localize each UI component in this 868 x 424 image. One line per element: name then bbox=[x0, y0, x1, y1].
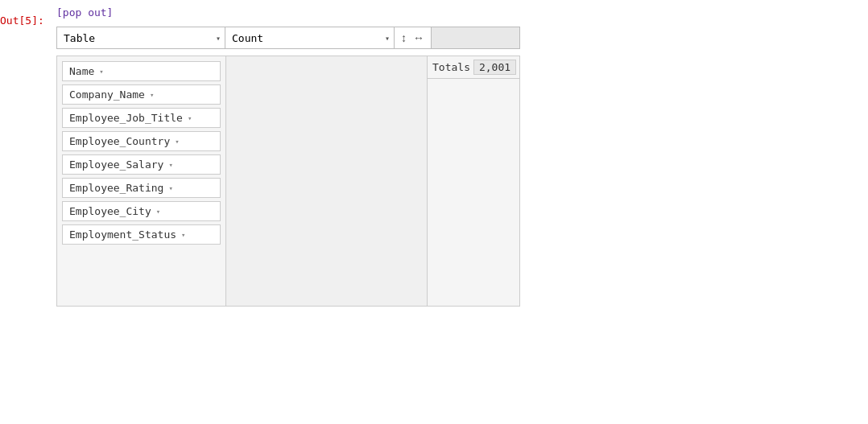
toolbar: Table ▾ Count ▾ ↕ ↔ bbox=[56, 27, 520, 49]
field-item[interactable]: Name▾ bbox=[62, 61, 221, 81]
field-item[interactable]: Company_Name▾ bbox=[62, 84, 221, 105]
field-arrow-icon: ▾ bbox=[175, 138, 179, 146]
field-arrow-icon: ▾ bbox=[150, 91, 154, 99]
fields-column: Name▾Company_Name▾Employee_Job_Title▾Emp… bbox=[57, 56, 226, 306]
totals-label: Totals bbox=[432, 61, 473, 73]
count-select-wrapper: Count ▾ bbox=[225, 27, 395, 49]
field-label: Employee_Job_Title bbox=[69, 112, 183, 124]
field-item[interactable]: Employee_Salary▾ bbox=[62, 154, 221, 175]
field-item[interactable]: Employment_Status▾ bbox=[62, 224, 221, 245]
output-label: Out[5]: bbox=[0, 6, 56, 307]
field-label: Company_Name bbox=[69, 89, 145, 101]
totals-value: 2,001 bbox=[473, 60, 516, 75]
sort-leftright-button[interactable]: ↔ bbox=[411, 32, 426, 43]
main-table-area: Name▾Company_Name▾Employee_Job_Title▾Emp… bbox=[56, 56, 520, 307]
totals-header: Totals 2,001 bbox=[428, 56, 519, 79]
field-arrow-icon: ▾ bbox=[168, 184, 172, 192]
data-area bbox=[226, 56, 427, 306]
field-label: Employee_City bbox=[69, 205, 151, 217]
field-item[interactable]: Employee_Job_Title▾ bbox=[62, 108, 221, 128]
field-item[interactable]: Employee_City▾ bbox=[62, 201, 221, 221]
empty-toolbar-box bbox=[432, 27, 520, 49]
sort-updown-button[interactable]: ↕ bbox=[399, 32, 408, 43]
field-arrow-icon: ▾ bbox=[181, 231, 185, 239]
field-arrow-icon: ▾ bbox=[156, 208, 160, 216]
field-arrow-icon: ▾ bbox=[99, 68, 103, 76]
field-label: Employee_Country bbox=[69, 135, 170, 147]
pop-out-link[interactable]: [pop out] bbox=[56, 6, 520, 19]
table-select-wrapper: Table ▾ bbox=[56, 27, 225, 49]
table-select[interactable]: Table bbox=[56, 27, 225, 49]
field-label: Employment_Status bbox=[69, 228, 176, 241]
field-label: Employee_Rating bbox=[69, 182, 163, 194]
field-item[interactable]: Employee_Rating▾ bbox=[62, 178, 221, 198]
sort-buttons: ↕ ↔ bbox=[395, 27, 432, 49]
field-arrow-icon: ▾ bbox=[188, 114, 192, 122]
field-arrow-icon: ▾ bbox=[168, 161, 172, 169]
field-label: Name bbox=[69, 65, 94, 77]
count-select[interactable]: Count bbox=[225, 27, 395, 49]
totals-column: Totals 2,001 bbox=[427, 56, 519, 306]
field-label: Employee_Salary bbox=[69, 158, 163, 171]
field-item[interactable]: Employee_Country▾ bbox=[62, 131, 221, 151]
